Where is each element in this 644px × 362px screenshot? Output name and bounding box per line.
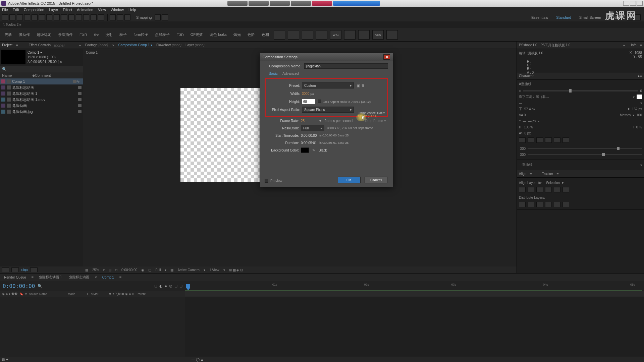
axis-view-icon[interactable] (124, 14, 130, 20)
tab-footage[interactable]: Footage (none) (85, 43, 108, 47)
viewer-res[interactable]: Full (155, 268, 161, 272)
tab-effect-controls[interactable]: Effect Controls (29, 43, 51, 47)
zoom-tool-icon[interactable] (17, 14, 23, 20)
camera-tool-icon[interactable] (32, 14, 38, 20)
tab-align[interactable]: Align (519, 172, 526, 176)
rect-tool-icon[interactable] (46, 14, 52, 20)
lock-aspect-label[interactable]: Lock Aspect Ratio to 750:17 (44.12) (323, 100, 371, 104)
tab-comp[interactable]: 危险标志动画 1 (37, 275, 64, 280)
align-hcenter-icon[interactable] (528, 187, 534, 192)
plugin-btn[interactable]: 超级稳定 (35, 32, 53, 37)
paragraph-style[interactable]: A型曲线 (519, 82, 642, 86)
project-item[interactable]: 危险标志动画 (0, 84, 83, 90)
menu-layer[interactable]: Layer (49, 8, 58, 12)
clone-tool-icon[interactable] (76, 14, 82, 20)
framerate-value[interactable]: 25 (301, 119, 305, 123)
col-comment[interactable]: Comment (35, 73, 51, 77)
roto-tool-icon[interactable] (91, 14, 97, 20)
viewer-views[interactable]: 1 View (209, 268, 219, 272)
font-select[interactable]: 造字工房力黑（非… (519, 95, 549, 99)
plugin-btn[interactable]: 调色 looks (208, 32, 229, 37)
dist-icon[interactable] (528, 202, 534, 207)
plugin-wig-icon[interactable]: WIG (330, 30, 341, 40)
snapping-label[interactable]: Snapping (136, 15, 152, 19)
ok-button[interactable]: OK (338, 177, 361, 183)
height-input[interactable] (302, 99, 315, 104)
delete-preset-icon[interactable]: 🗑 (361, 83, 365, 88)
pen-tool-icon[interactable] (54, 14, 60, 20)
col-mode[interactable]: Mode (68, 292, 85, 296)
viewer-tc[interactable]: 0:00:00:00 (121, 268, 137, 272)
menu-window[interactable]: Window (111, 8, 124, 12)
playhead-icon[interactable] (186, 284, 190, 290)
plugin-icon[interactable] (358, 30, 370, 40)
type-tool-icon[interactable] (61, 14, 67, 20)
caps-icon[interactable] (536, 137, 543, 143)
snap-opt1-icon[interactable] (155, 14, 161, 20)
plugin-btn[interactable]: 粒子 (117, 32, 129, 37)
col-trkmat[interactable]: T TrkMat (87, 292, 107, 296)
eyedropper-icon[interactable]: ✎ (312, 148, 315, 153)
dist-icon[interactable] (536, 202, 543, 207)
dist-icon[interactable] (519, 202, 526, 207)
minimize-icon[interactable] (623, 1, 629, 6)
project-item[interactable]: 危险动画.jpg (0, 109, 83, 115)
tab-flowchart[interactable]: Flowchart (none) (156, 43, 181, 47)
plugin-aes-icon[interactable]: AES (372, 30, 384, 40)
align-bottom-icon[interactable] (562, 187, 569, 192)
save-preset-icon[interactable]: ▣ (357, 83, 360, 88)
project-item[interactable]: Comp 1⇋ (0, 78, 83, 84)
hand-tool-icon[interactable] (9, 14, 15, 20)
maximize-icon[interactable] (630, 1, 636, 6)
menu-composition[interactable]: Composition (24, 8, 44, 12)
workspace-bobo[interactable]: BOBO (605, 14, 624, 20)
tab-comp-active[interactable]: Comp 1 (100, 276, 116, 279)
plugin-btn[interactable]: 景深插件 (56, 32, 75, 37)
tab-pshape[interactable]: PSshape1.0 (519, 43, 537, 47)
ft-toolbar-label[interactable]: ft-Toolbar2 ≡ (3, 23, 21, 26)
dist-icon[interactable] (562, 202, 569, 207)
search-icon[interactable]: 🔍 (2, 67, 7, 71)
eraser-tool-icon[interactable] (83, 14, 89, 20)
col-name[interactable]: Name (2, 73, 32, 77)
menu-animation[interactable]: Animation (77, 8, 93, 12)
project-item[interactable]: 危险动画 (0, 103, 83, 109)
col-source-name[interactable]: Source Name (29, 292, 66, 296)
dialog-close-icon[interactable]: ✕ (383, 54, 390, 60)
workspace-menu-icon[interactable] (627, 14, 633, 20)
time-ruler[interactable]: 01s 02s 03s 04s 05s (185, 281, 644, 291)
zoom-level[interactable]: 25% (92, 268, 99, 272)
timeline-timecode[interactable]: 0:00:00:00 (3, 283, 35, 289)
comp-crumb[interactable]: Comp 1 (86, 51, 98, 54)
align-top-icon[interactable] (545, 187, 552, 192)
plugin-icon[interactable] (302, 30, 313, 40)
tab-comp[interactable]: 危险标志动画 (67, 275, 91, 280)
super-icon[interactable] (554, 137, 560, 143)
plugin-btn[interactable]: 炫光 (231, 32, 243, 37)
italic-icon[interactable] (528, 137, 534, 143)
sub-icon[interactable] (562, 137, 569, 143)
dist-icon[interactable] (554, 202, 560, 207)
bold-icon[interactable] (519, 137, 526, 143)
tab-p5tool[interactable]: P5工具任務试版 1.0 (541, 43, 571, 48)
tab-advanced[interactable]: Advanced (282, 71, 299, 75)
toggle-switches-icon[interactable]: ⊟ ✦ (2, 358, 8, 361)
project-item[interactable]: 危险标志动画 1.mov (0, 97, 83, 103)
menu-help[interactable]: Help (128, 8, 136, 12)
tab-info[interactable]: Info (631, 43, 637, 47)
trash-icon[interactable] (30, 267, 38, 272)
tab-tracker[interactable]: Tracker (542, 172, 553, 176)
tab-layer[interactable]: Layer (none) (185, 43, 205, 47)
tab-character[interactable]: Character (519, 74, 534, 78)
plugin-btn[interactable]: form粒子 (131, 32, 150, 37)
start-tc-value[interactable]: 0:00:00:00 (301, 134, 317, 137)
project-item[interactable]: 危险标志动画 1 (0, 90, 83, 97)
plugin-btn[interactable]: 色相 (260, 32, 271, 37)
smallcaps-icon[interactable] (545, 137, 552, 143)
snap-opt2-icon[interactable] (162, 14, 168, 20)
tab-composition[interactable]: Composition Comp 1 ▾ (118, 43, 152, 47)
brush-tool-icon[interactable] (68, 14, 74, 20)
align-to-select[interactable]: Selection (546, 181, 560, 185)
plugin-icon[interactable] (344, 30, 356, 40)
tab-project[interactable]: Project (2, 43, 12, 47)
